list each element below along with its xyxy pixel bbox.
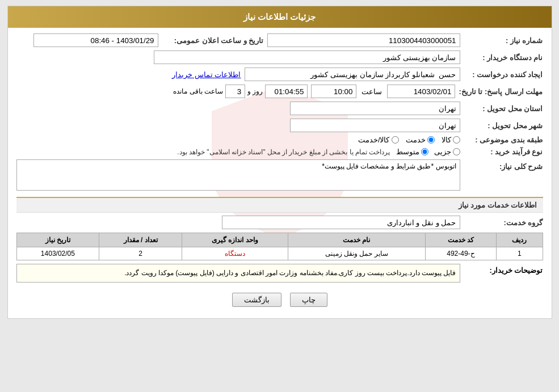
purchase-type-group: جزیی متوسط پرداخت تمام یا بخشی از مبلغ خ… — [177, 147, 460, 156]
buyer-org-input[interactable] — [154, 50, 460, 64]
category-option-kala[interactable]: کالا — [442, 136, 460, 144]
buyer-notes-content: فایل پیوست دارد.پرداخت بیست روز کاری.مفا… — [16, 264, 460, 283]
back-button[interactable]: بازگشت — [232, 293, 281, 307]
need-number-row: شماره نیاز : تاریخ و ساعت اعلان عمومی: — [16, 33, 543, 47]
need-desc-wrapper: اتوبوس *طبق شرایط و مشخصات فایل پیوست* — [16, 159, 460, 192]
category-radio-group: کالا خدمت کالا/خدمت — [358, 136, 460, 144]
purchase-type-note: پرداخت تمام یا بخشی از مبلغ خریدار از مح… — [177, 148, 390, 156]
purchase-radio-jozi[interactable] — [453, 148, 460, 155]
remaining-suffix: ساعت باقی مانده — [173, 87, 223, 95]
city-label: شهر محل تحویل : — [464, 121, 543, 130]
col-row: ردیف — [497, 233, 543, 247]
purchase-type-label: نوع فرآیند خرید : — [464, 147, 543, 156]
category-label-kala-khedmat: کالا/خدمت — [358, 136, 390, 144]
remaining-days-input[interactable] — [225, 85, 245, 98]
announce-label: تاریخ و ساعت اعلان عمومی: — [162, 36, 264, 45]
col-code: کد خدمت — [425, 233, 497, 247]
deadline-label: مهلت ارسال پاسخ: تا تاریخ: — [459, 87, 543, 96]
city-input[interactable] — [290, 119, 460, 132]
purchase-radio-motavasset[interactable] — [421, 148, 428, 155]
col-date: تاریخ نیاز — [16, 233, 99, 247]
category-radio-khedmat[interactable] — [427, 136, 435, 144]
cell-row: 1 — [497, 247, 543, 260]
category-option-khedmat[interactable]: خدمت — [406, 136, 435, 144]
category-label-khedmat: خدمت — [406, 136, 426, 144]
creator-row: ایجاد کننده درخواست : اطلاعات تماس خریدا… — [16, 68, 543, 81]
category-row: طبقه بندی موضوعی : کالا خدمت کالا/خدمت — [16, 136, 543, 144]
page-header: جزئیات اطلاعات نیاز — [8, 6, 552, 28]
cell-quantity: 2 — [99, 247, 182, 260]
need-desc-textarea[interactable]: اتوبوس *طبق شرایط و مشخصات فایل پیوست* — [16, 159, 460, 191]
purchase-label-motavasset: متوسط — [396, 147, 419, 156]
table-header-row: ردیف کد خدمت نام خدمت واحد اندازه گیری ت… — [16, 233, 543, 247]
category-label: طبقه بندی موضوعی : — [464, 136, 543, 144]
contact-link[interactable]: اطلاعات تماس خریدار — [172, 70, 241, 79]
cell-name: سایر حمل ونقل زمینی — [288, 247, 425, 260]
main-container: ANA جزئیات اطلاعات نیاز شماره نیاز : تار… — [7, 6, 552, 319]
cell-unit: دستگاه — [182, 247, 288, 260]
service-info-title: اطلاعات خدمات مورد نیاز — [459, 201, 537, 209]
action-buttons: چاپ بازگشت — [16, 286, 543, 313]
purchase-type-row: نوع فرآیند خرید : جزیی متوسط پرداخت تمام… — [16, 147, 543, 156]
table-row: 1 ح-49-492 سایر حمل ونقل زمینی دستگاه 2 … — [16, 247, 543, 260]
city-row: شهر محل تحویل : — [16, 119, 543, 132]
col-unit: واحد اندازه گیری — [182, 233, 288, 247]
deadline-time-label: ساعت — [362, 87, 382, 96]
province-row: استان محل تحویل : — [16, 102, 543, 115]
deadline-time-input[interactable] — [311, 85, 356, 98]
print-button[interactable]: چاپ — [290, 293, 327, 307]
buyer-org-label: نام دستگاه خریدار : — [464, 53, 543, 62]
cell-code: ح-49-492 — [425, 247, 497, 260]
need-desc-label: شرح کلی نیاز: — [464, 159, 543, 171]
creator-label: ایجاد کننده درخواست : — [464, 70, 543, 79]
purchase-type-motavasset[interactable]: متوسط — [396, 147, 428, 156]
cell-date: 1403/02/05 — [16, 247, 99, 260]
buyer-notes-row: توضیحات خریدار: فایل پیوست دارد.پرداخت ب… — [16, 264, 543, 283]
remaining-time-input[interactable] — [265, 85, 308, 98]
page-title: جزئیات اطلاعات نیاز — [243, 12, 316, 22]
province-label: استان محل تحویل : — [464, 104, 543, 113]
buyer-notes-label: توضیحات خریدار: — [464, 264, 543, 275]
purchase-label-jozi: جزیی — [434, 147, 451, 156]
remaining-days-label: روز و — [247, 87, 263, 95]
service-group-label: گروه خدمت: — [464, 218, 543, 227]
category-radio-kala-khedmat[interactable] — [392, 136, 399, 144]
need-desc-row: شرح کلی نیاز: اتوبوس *طبق شرایط و مشخصات… — [16, 159, 543, 192]
service-group-row: گروه خدمت: — [16, 216, 543, 229]
service-info-section: اطلاعات خدمات مورد نیاز — [16, 197, 543, 213]
services-table: ردیف کد خدمت نام خدمت واحد اندازه گیری ت… — [16, 233, 543, 260]
creator-input[interactable] — [245, 68, 460, 81]
buyer-org-row: نام دستگاه خریدار : — [16, 50, 543, 64]
category-option-kala-khedmat[interactable]: کالا/خدمت — [358, 136, 399, 144]
buyer-notes-text: فایل پیوست دارد.پرداخت بیست روز کاری.مفا… — [124, 269, 456, 277]
remaining-time-display: روز و ساعت باقی مانده — [173, 85, 308, 98]
need-number-input[interactable] — [267, 33, 460, 47]
category-radio-kala[interactable] — [453, 136, 460, 144]
purchase-type-jozi[interactable]: جزیی — [434, 147, 460, 156]
service-group-input[interactable] — [222, 216, 460, 229]
province-input[interactable] — [290, 102, 460, 115]
col-quantity: تعداد / مقدار — [99, 233, 182, 247]
col-name: نام خدمت — [288, 233, 425, 247]
need-number-label: شماره نیاز : — [464, 36, 543, 45]
category-label-kala: کالا — [442, 136, 451, 144]
deadline-row: مهلت ارسال پاسخ: تا تاریخ: ساعت روز و سا… — [16, 85, 543, 98]
announce-input[interactable] — [33, 33, 158, 47]
deadline-date-input[interactable] — [387, 85, 455, 98]
